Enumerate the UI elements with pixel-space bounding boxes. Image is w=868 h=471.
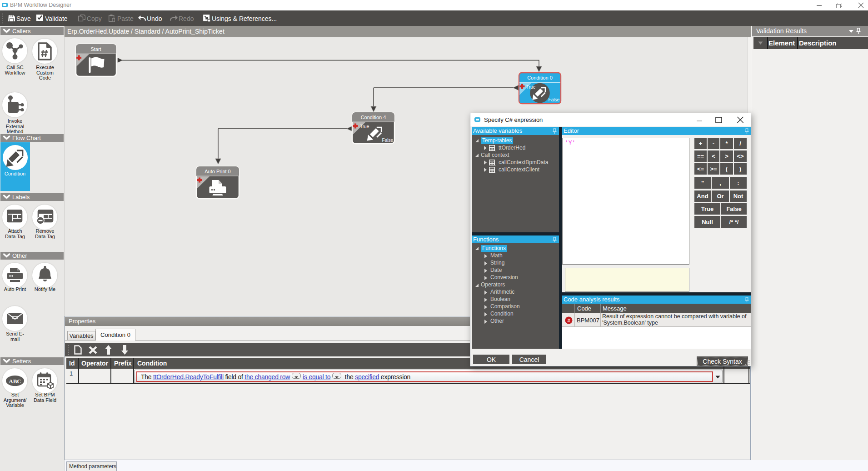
svg-text:ABC: ABC <box>9 378 21 385</box>
svg-text:Condition 4: Condition 4 <box>361 115 386 120</box>
svg-text:Condition 0: Condition 0 <box>527 75 553 80</box>
svg-text:True: True <box>526 85 536 90</box>
svg-text:True: True <box>360 124 369 129</box>
svg-text:Start: Start <box>90 46 101 52</box>
svg-text:Auto Print 0: Auto Print 0 <box>205 169 230 174</box>
svg-text:#: # <box>567 318 570 323</box>
svg-text:False: False <box>549 97 560 102</box>
svg-text:False: False <box>382 138 394 143</box>
